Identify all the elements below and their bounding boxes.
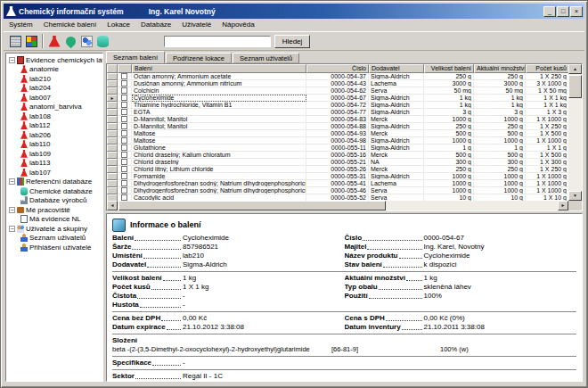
row-selector[interactable] <box>107 102 118 109</box>
tree-expander-icon[interactable]: − <box>9 178 15 185</box>
row-selector[interactable] <box>107 130 118 137</box>
tree-item[interactable]: lab110 <box>7 140 102 150</box>
row-selector[interactable] <box>107 180 118 187</box>
row-selector[interactable] <box>107 137 118 144</box>
tab[interactable]: Seznam balení <box>106 51 165 63</box>
row-selector[interactable] <box>107 166 118 173</box>
tree-item[interactable]: Má evidence NL <box>7 215 102 225</box>
tree-item[interactable]: −Uživatelé a skupiny <box>7 224 102 234</box>
tree-item[interactable]: lab204 <box>7 84 102 94</box>
table-row[interactable]: ►Cycloheximide0000-054-67Sigma-Aldrich1 … <box>107 95 582 102</box>
scroll-down-icon[interactable]: ▼ <box>568 191 582 201</box>
row-selector[interactable] <box>107 144 118 152</box>
tree-item[interactable]: Seznam uživatelů <box>7 234 102 244</box>
title-bar[interactable]: Chemický informační systém Ing. Karel No… <box>4 4 584 19</box>
row-checkbox[interactable] <box>121 123 127 129</box>
table-row[interactable]: Formamide0000-055-31Sigma-Aldrich1000 g1… <box>107 173 582 180</box>
scroll-left-icon[interactable]: ◄ <box>107 201 118 211</box>
row-selector[interactable] <box>107 116 118 123</box>
table-row[interactable]: Chlorid litný; Lithium chloride0000-055-… <box>107 166 582 173</box>
tree-item[interactable]: lab113 <box>7 159 102 169</box>
horizontal-scrollbar-thumb[interactable] <box>118 201 386 211</box>
tree-item[interactable]: anatomie <box>7 65 102 75</box>
tree-expander-icon[interactable]: − <box>9 226 15 232</box>
column-header[interactable]: Číslo <box>306 64 369 73</box>
table-horizontal-scrollbar[interactable]: ◄ ► <box>107 201 568 211</box>
tree-item[interactable]: Chemické databáze <box>7 186 102 196</box>
tab[interactable]: Seznam uživatelů <box>233 53 299 63</box>
row-checkbox[interactable] <box>121 102 127 108</box>
row-selector[interactable]: ► <box>107 95 118 102</box>
database-icon[interactable] <box>94 33 110 49</box>
row-checkbox[interactable] <box>121 87 127 94</box>
menu-item[interactable]: Chemické balení <box>38 19 102 31</box>
menu-item[interactable]: Uživatelé <box>176 19 216 31</box>
row-checkbox[interactable] <box>121 109 127 115</box>
users-icon[interactable] <box>78 33 94 49</box>
tree-item[interactable]: anatomi_barviva <box>7 103 102 112</box>
row-selector[interactable] <box>107 152 118 159</box>
tree-item[interactable]: lab007 <box>7 93 102 103</box>
row-checkbox[interactable] <box>121 144 127 151</box>
row-selector[interactable] <box>107 173 118 180</box>
tree-item[interactable]: −Referenční databáze <box>7 177 102 187</box>
menu-item[interactable]: Nápověda <box>216 19 259 31</box>
table-row[interactable]: Maltose0000-054-98Sigma-Aldrich1000 g100… <box>107 137 582 144</box>
table-row[interactable]: EGTA0000-054-77Sigma-Aldrich3 g3 g1 X 3 … <box>107 109 582 116</box>
vertical-scrollbar-thumb[interactable] <box>568 75 582 98</box>
row-checkbox[interactable] <box>121 116 127 122</box>
column-header[interactable]: Počet kusů <box>526 64 569 73</box>
table-row[interactable]: Maltose0000-054-93Merck500 g500 g1 X 500… <box>107 130 582 137</box>
row-checkbox[interactable] <box>121 95 127 101</box>
minimize-button[interactable]: _ <box>543 6 556 17</box>
table-row[interactable]: Chlorid draselný; Kalium chloratum0000-0… <box>107 152 582 159</box>
row-checkbox[interactable] <box>121 166 127 172</box>
tree-item[interactable]: lab112 <box>7 121 102 131</box>
table-row[interactable]: D-Mannitol; Manitol0000-054-88Sigma-Aldr… <box>107 123 582 130</box>
tree-item[interactable]: lab107 <box>7 168 102 177</box>
row-checkbox[interactable] <box>121 173 127 179</box>
menu-item[interactable]: Lokace <box>102 19 135 31</box>
row-selector[interactable] <box>107 109 118 116</box>
table-row[interactable]: Chlorid draselný0000-055-21NA300 g300 g1… <box>107 159 582 166</box>
table-row[interactable]: Thiamine hydrochloride, Vitamin B10000-0… <box>107 102 582 109</box>
column-header[interactable]: Aktuální množství <box>474 64 526 73</box>
location-icon[interactable] <box>62 33 78 49</box>
scroll-up-icon[interactable]: ▲ <box>568 64 582 74</box>
row-checkbox[interactable] <box>121 159 127 165</box>
scroll-right-icon[interactable]: ► <box>558 201 568 211</box>
table-row[interactable]: Glutathione0000-055-11Sigma-Aldrich1 g1 … <box>107 144 582 152</box>
table-row[interactable]: Colchicin0000-054-62Serva50 mg50 mg1 X 5… <box>107 87 582 95</box>
tree-item[interactable]: lab210 <box>7 74 102 84</box>
package-grid-icon[interactable] <box>23 33 39 49</box>
row-checkbox[interactable] <box>121 187 127 194</box>
menu-item[interactable]: Databáze <box>135 19 176 31</box>
chemical-flask-icon[interactable] <box>46 33 62 49</box>
row-selector[interactable] <box>107 80 118 87</box>
tree-item[interactable]: lab108 <box>7 111 102 121</box>
menu-item[interactable]: Systém <box>4 19 38 31</box>
row-checkbox[interactable] <box>121 180 127 186</box>
table-row[interactable]: Octan amonný; Ammonium acetate0000-054-3… <box>107 73 582 80</box>
row-selector[interactable] <box>107 187 118 194</box>
search-button[interactable]: Hledej <box>274 35 310 48</box>
table-row[interactable]: D-Mannitol; Manitol0000-054-83Merck1000 … <box>107 116 582 123</box>
row-checkbox[interactable] <box>121 80 127 87</box>
row-selector[interactable] <box>107 123 118 130</box>
column-header[interactable]: Velikost balení <box>424 64 474 73</box>
row-checkbox[interactable] <box>121 194 127 201</box>
close-button[interactable]: × <box>570 6 583 17</box>
row-checkbox[interactable] <box>121 73 127 79</box>
table-row[interactable]: Dihydrogenfosforečnan sodný; Natrium dih… <box>107 187 582 194</box>
row-selector[interactable] <box>107 73 118 80</box>
row-checkbox[interactable] <box>121 137 127 144</box>
tree-expander-icon[interactable]: − <box>9 57 15 63</box>
row-checkbox[interactable] <box>121 130 127 136</box>
tree-item[interactable]: lab206 <box>7 130 102 140</box>
table-row[interactable]: Dusičnan amonný; Ammonium nitricum0000-0… <box>107 80 582 87</box>
tree-expander-icon[interactable]: − <box>9 207 15 213</box>
search-input[interactable] <box>164 36 271 47</box>
package-list-icon[interactable] <box>7 33 23 49</box>
table-row[interactable]: Dihydrogenfosforečnan sodný; Natrium dih… <box>107 180 582 187</box>
tree-item[interactable]: Databáze výrobců <box>7 196 102 206</box>
